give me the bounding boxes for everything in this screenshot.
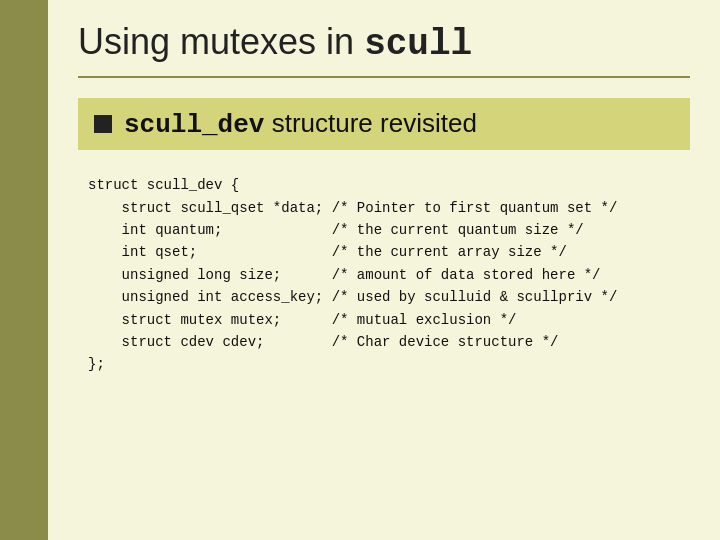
title-divider: [78, 76, 690, 78]
slide: Using mutexes in scull scull_dev structu…: [0, 0, 720, 540]
bullet-square-icon: [94, 115, 112, 133]
code-line-5: unsigned long size; /* amount of data st…: [88, 264, 690, 286]
code-line-9: };: [88, 353, 690, 375]
bullet-section: scull_dev structure revisited: [78, 98, 690, 150]
code-line-1: struct scull_dev {: [88, 174, 690, 196]
left-accent-bar: [0, 0, 48, 540]
slide-title: Using mutexes in scull: [78, 20, 690, 66]
code-line-7: struct mutex mutex; /* mutual exclusion …: [88, 309, 690, 331]
code-line-8: struct cdev cdev; /* Char device structu…: [88, 331, 690, 353]
title-prefix: Using mutexes in: [78, 21, 364, 62]
bullet-text: scull_dev structure revisited: [124, 108, 477, 140]
bullet-text-part: structure revisited: [264, 108, 476, 138]
bullet-mono-part: scull_dev: [124, 110, 264, 140]
code-block: struct scull_dev { struct scull_qset *da…: [88, 174, 690, 376]
code-line-4: int qset; /* the current array size */: [88, 241, 690, 263]
slide-content: Using mutexes in scull scull_dev structu…: [48, 0, 720, 396]
code-line-6: unsigned int access_key; /* used by scul…: [88, 286, 690, 308]
code-line-2: struct scull_qset *data; /* Pointer to f…: [88, 197, 690, 219]
code-line-3: int quantum; /* the current quantum size…: [88, 219, 690, 241]
title-mono: scull: [364, 24, 472, 65]
